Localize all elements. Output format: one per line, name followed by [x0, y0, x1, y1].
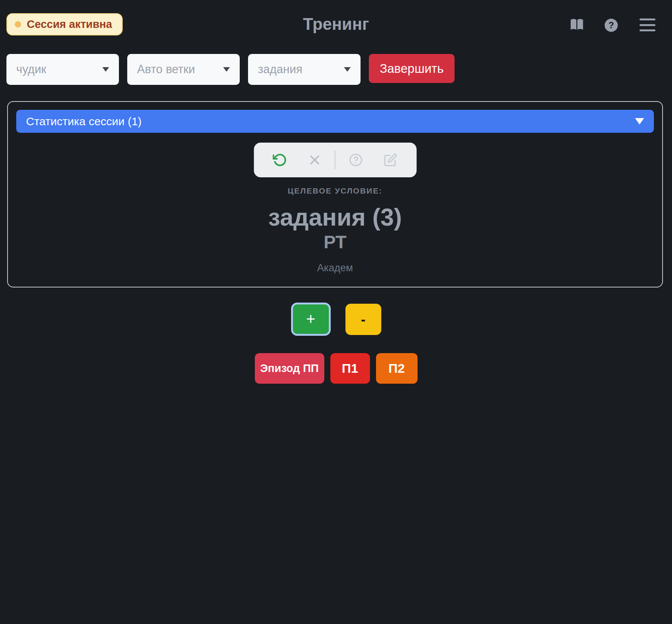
counter-row: + - [0, 303, 672, 336]
episode-actions-row: Эпизод ПП П1 П2 [0, 353, 672, 384]
menu-bar [640, 24, 655, 26]
goal-toolbar [254, 143, 416, 177]
filter-select-3-value: задания [258, 63, 302, 76]
p1-button[interactable]: П1 [330, 353, 370, 384]
caret-down-icon [102, 67, 109, 72]
caret-down-icon [344, 67, 351, 72]
hint-icon[interactable] [349, 153, 363, 167]
book-icon-glyph [569, 18, 584, 32]
goal-block: ЦЕЛЕВОЕ УСЛОВИЕ: задания (3) РТ Академ [8, 186, 662, 274]
undo-icon[interactable] [273, 153, 287, 167]
help-icon-glyph: ? [604, 18, 618, 32]
help-icon[interactable]: ? [604, 18, 618, 32]
filter-select-1[interactable]: чудик [6, 54, 119, 85]
stats-accordion-header[interactable]: Статистика сессии (1) [16, 110, 654, 133]
stats-accordion-title: Статистика сессии (1) [26, 115, 142, 128]
undo-icon-glyph [273, 153, 287, 167]
decrement-button[interactable]: - [345, 304, 381, 335]
training-app: { "header": { "badge": { "label": "Сесси… [0, 0, 672, 624]
menu-bar [640, 29, 655, 31]
goal-label: ЦЕЛЕВОЕ УСЛОВИЕ: [288, 186, 382, 195]
book-icon[interactable] [569, 18, 584, 32]
close-icon[interactable] [308, 154, 321, 166]
filter-select-2-value: Авто ветки [137, 63, 195, 76]
svg-text:?: ? [609, 20, 614, 30]
menu-bar [640, 18, 655, 20]
filter-select-1-value: чудик [16, 63, 46, 76]
session-stats-panel: Статистика сессии (1) [7, 101, 663, 287]
toolbar-divider [335, 151, 336, 169]
controls-row: чудик Авто ветки задания Завершить [6, 54, 455, 85]
finish-session-button[interactable]: Завершить [369, 54, 455, 83]
episode-pp-button[interactable]: Эпизод ПП [255, 353, 324, 384]
p2-button[interactable]: П2 [376, 353, 418, 384]
close-icon-glyph [308, 154, 321, 166]
filter-select-2[interactable]: Авто ветки [127, 54, 240, 85]
goal-value: задания (3) [268, 203, 402, 232]
chevron-down-icon [635, 118, 644, 124]
hint-icon-glyph [349, 153, 363, 167]
edit-icon-glyph [384, 153, 398, 167]
goal-note: Академ [317, 262, 353, 274]
goal-subtitle: РТ [324, 232, 347, 253]
filter-select-3[interactable]: задания [248, 54, 361, 85]
edit-icon[interactable] [384, 153, 398, 167]
menu-icon[interactable] [640, 18, 655, 31]
increment-button[interactable]: + [291, 303, 331, 336]
caret-down-icon [223, 67, 230, 72]
